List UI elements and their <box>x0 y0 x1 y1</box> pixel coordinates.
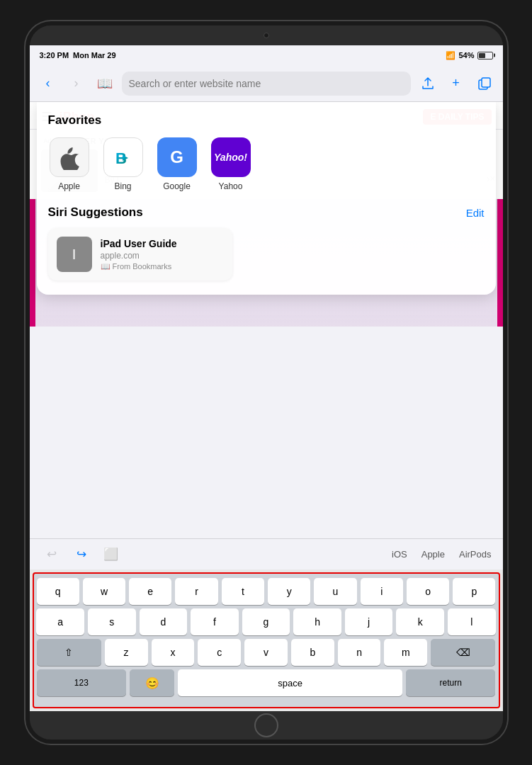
key-y[interactable]: y <box>268 578 310 605</box>
key-p[interactable]: p <box>453 578 495 605</box>
battery-percent: 54% <box>458 51 474 60</box>
favorite-item-yahoo[interactable]: Yahoo! Yahoo <box>210 137 252 191</box>
back-button[interactable]: ‹ <box>37 72 60 95</box>
key-m[interactable]: m <box>384 639 427 666</box>
bottom-tab-bar: ↩ ↪ ⬜ iOS Apple AirPods <box>30 538 503 570</box>
key-a[interactable]: a <box>36 608 84 635</box>
key-123[interactable]: 123 <box>37 669 127 696</box>
keyboard-area: q w e r t y u i o p a s d f g h j k <box>33 572 500 708</box>
search-input[interactable] <box>129 78 404 89</box>
address-bar[interactable] <box>122 72 411 96</box>
page-content: ☰ iPhon E DAILY TIPS Ad MASTER YOUR H a … <box>30 102 503 538</box>
keyboard-row-3: ⇧ z x c v b n m ⌫ <box>37 639 496 666</box>
quick-tabs: iOS Apple AirPods <box>392 549 491 560</box>
edit-button[interactable]: Edit <box>466 207 485 219</box>
status-bar: 3:20 PM Mon Mar 29 📶 54% <box>30 45 503 65</box>
key-backspace[interactable]: ⌫ <box>431 639 495 666</box>
google-favicon: G <box>157 137 197 177</box>
key-e[interactable]: e <box>129 578 171 605</box>
favorites-title: Favorites <box>48 113 485 128</box>
apple-favicon <box>50 137 89 177</box>
wifi-icon: 📶 <box>446 51 455 60</box>
google-g-letter: G <box>170 147 183 167</box>
key-shift[interactable]: ⇧ <box>37 639 101 666</box>
share-button[interactable] <box>417 72 439 95</box>
key-r[interactable]: r <box>175 578 217 605</box>
key-t[interactable]: t <box>222 578 264 605</box>
key-i[interactable]: i <box>361 578 403 605</box>
favorite-label-apple: Apple <box>58 181 80 191</box>
quick-tab-airpods[interactable]: AirPods <box>459 549 492 560</box>
favorite-label-yahoo: Yahoo <box>219 181 243 191</box>
favorite-label-bing: Bing <box>114 181 131 191</box>
device-frame: 3:20 PM Mon Mar 29 📶 54% ‹ › 📖 <box>26 21 507 744</box>
key-c[interactable]: c <box>198 639 241 666</box>
key-z[interactable]: z <box>105 639 148 666</box>
suggestion-name: iPad User Guide <box>101 238 177 249</box>
key-d[interactable]: d <box>140 608 188 635</box>
quick-tab-ios[interactable]: iOS <box>392 549 407 560</box>
back-bottom-button[interactable]: ↩ <box>41 544 62 565</box>
key-space[interactable]: space <box>178 669 402 696</box>
favorite-item-apple[interactable]: Apple <box>48 137 91 191</box>
yahoo-favicon: Yahoo! <box>211 137 251 177</box>
bookmarks-button[interactable]: 📖 <box>94 72 116 95</box>
key-h[interactable]: h <box>293 608 341 635</box>
key-v[interactable]: v <box>244 639 288 666</box>
key-b[interactable]: b <box>291 639 334 666</box>
key-w[interactable]: w <box>83 578 125 605</box>
key-u[interactable]: u <box>314 578 356 605</box>
keyboard-row-2: a s d f g h j k l <box>37 608 496 635</box>
device-bottom <box>30 711 503 740</box>
yahoo-text: Yahoo! <box>214 152 247 163</box>
favorites-grid: Apple <box>48 137 485 191</box>
pink-bar-left <box>30 199 35 327</box>
key-s[interactable]: s <box>88 608 136 635</box>
bookmark-icon: 📖 <box>101 262 111 271</box>
front-camera <box>264 33 269 38</box>
favorite-item-google[interactable]: G Google <box>156 137 198 191</box>
favorite-item-bing[interactable]: B Bing <box>102 137 145 191</box>
tab-actions: ↩ ↪ ⬜ <box>41 544 122 565</box>
quick-tab-apple[interactable]: Apple <box>421 549 445 560</box>
safari-toolbar: ‹ › 📖 + <box>30 65 503 102</box>
forward-bottom-button[interactable]: ↪ <box>71 544 92 565</box>
battery-tip <box>494 54 495 57</box>
key-j[interactable]: j <box>345 608 393 635</box>
siri-section-header: Siri Suggestions Edit <box>48 205 485 220</box>
suggestion-source: 📖 From Bookmarks <box>101 262 177 271</box>
battery-icon <box>477 52 493 60</box>
key-n[interactable]: n <box>338 639 381 666</box>
pink-bar-right <box>497 199 503 327</box>
forward-button[interactable]: › <box>65 72 88 95</box>
new-tab-button[interactable]: + <box>445 72 468 95</box>
tabs-button[interactable] <box>473 72 496 95</box>
key-f[interactable]: f <box>191 608 239 635</box>
suggestion-info: iPad User Guide apple.com 📖 From Bookmar… <box>101 238 177 271</box>
favorite-label-google: Google <box>163 181 191 191</box>
status-time: 3:20 PM <box>40 51 69 60</box>
suggestion-url: apple.com <box>101 251 177 261</box>
key-g[interactable]: g <box>242 608 290 635</box>
screen: 3:20 PM Mon Mar 29 📶 54% ‹ › 📖 <box>30 45 503 711</box>
device-top-bar <box>30 26 503 45</box>
favorites-dropdown: Favorites Apple <box>37 102 496 295</box>
status-date: Mon Mar 29 <box>73 51 116 60</box>
suggestion-card[interactable]: I iPad User Guide apple.com 📖 From Bookm… <box>48 228 232 280</box>
key-k[interactable]: k <box>396 608 444 635</box>
copy-button[interactable]: ⬜ <box>101 544 122 565</box>
key-return[interactable]: return <box>406 669 496 696</box>
key-emoji[interactable]: 😊 <box>130 669 174 696</box>
home-button[interactable] <box>254 713 278 737</box>
key-q[interactable]: q <box>37 578 79 605</box>
battery-fill <box>479 53 486 58</box>
key-l[interactable]: l <box>448 608 496 635</box>
siri-suggestions-title: Siri Suggestions <box>48 205 143 220</box>
bing-favicon: B <box>103 137 143 177</box>
suggestion-thumbnail: I <box>57 237 92 272</box>
keyboard-row-1: q w e r t y u i o p <box>37 578 496 605</box>
svg-rect-1 <box>482 78 490 87</box>
key-o[interactable]: o <box>407 578 449 605</box>
keyboard-row-4: 123 😊 space return <box>37 669 496 696</box>
key-x[interactable]: x <box>152 639 195 666</box>
